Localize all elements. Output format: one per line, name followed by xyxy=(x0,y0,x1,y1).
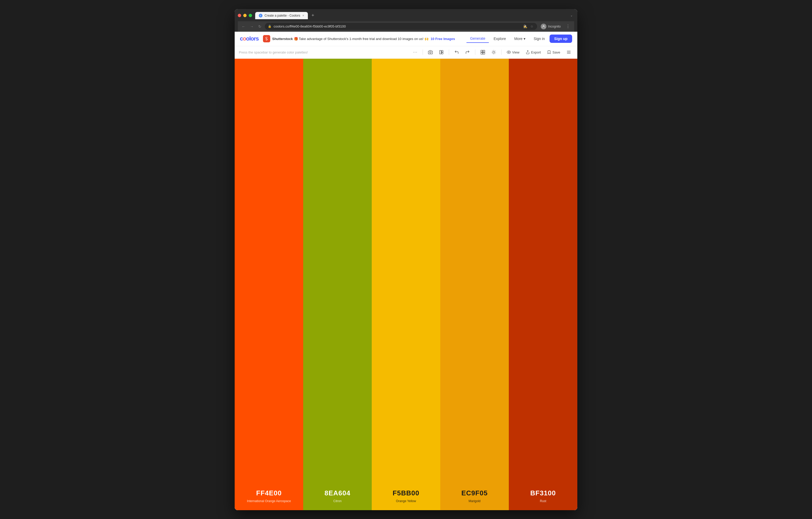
profile-button[interactable]: Incognito xyxy=(539,23,562,30)
svg-rect-2 xyxy=(439,50,441,54)
bookmark-star-icon[interactable]: ☆ xyxy=(530,24,534,29)
address-bar-input[interactable]: 🔒 coolors.co/ff4e00-8ea604-f5bb00-ec9f05… xyxy=(265,23,537,30)
more-options-button[interactable]: ··· xyxy=(411,49,419,56)
svg-rect-4 xyxy=(441,52,443,54)
header-nav: Generate Explore More ▾ Sign in Sign up xyxy=(466,34,572,43)
app-container: coolors Shutterstock 🎁 Take advantage of… xyxy=(235,32,577,510)
hamburger-icon xyxy=(567,50,571,55)
undo-icon xyxy=(454,50,459,55)
redo-button[interactable] xyxy=(463,48,472,56)
sign-in-button[interactable]: Sign in xyxy=(530,35,549,43)
export-icon xyxy=(526,50,530,54)
svg-point-9 xyxy=(493,51,495,53)
collage-icon xyxy=(481,50,485,55)
save-button[interactable]: Save xyxy=(545,49,562,56)
forward-button[interactable]: → xyxy=(249,24,255,29)
address-bar-icons: 🕵 ☆ xyxy=(523,24,534,29)
color-hex: F5BB00 xyxy=(393,489,419,497)
color-swatch[interactable]: F5BB00Orange Yellow xyxy=(372,59,440,510)
tab-close-button[interactable]: × xyxy=(302,14,304,17)
color-swatch[interactable]: EC9F05Marigold xyxy=(440,59,509,510)
svg-line-17 xyxy=(495,51,495,51)
view-button[interactable]: View xyxy=(505,49,522,56)
color-swatch[interactable]: FF4E00International Orange Aerospace xyxy=(235,59,303,510)
hamburger-menu-button[interactable] xyxy=(564,48,573,56)
active-tab[interactable]: C Create a palette - Coolors × xyxy=(255,12,308,19)
app-header: coolors Shutterstock 🎁 Take advantage of… xyxy=(235,32,577,46)
browser-title-bar: C Create a palette - Coolors × + ⌄ xyxy=(238,12,574,19)
sign-up-button[interactable]: Sign up xyxy=(550,34,572,43)
view-label: View xyxy=(512,50,519,54)
back-button[interactable]: ← xyxy=(240,24,246,29)
svg-point-1 xyxy=(430,52,431,53)
minimize-window-button[interactable] xyxy=(243,14,246,17)
nav-more[interactable]: More ▾ xyxy=(511,35,529,43)
url-text: coolors.co/ff4e00-8ea604-f5bb00-ec9f05-b… xyxy=(273,24,520,28)
svg-rect-8 xyxy=(483,52,485,54)
color-name: Orange Yellow xyxy=(396,499,416,503)
toolbar: Press the spacebar to generate color pal… xyxy=(235,46,577,59)
toolbar-divider-3 xyxy=(475,50,475,55)
save-label: Save xyxy=(552,50,560,54)
svg-rect-6 xyxy=(483,50,485,52)
tab-bar: C Create a palette - Coolors × + ⌄ xyxy=(255,12,574,19)
free-images-link[interactable]: 10 Free Images xyxy=(431,37,455,41)
close-window-button[interactable] xyxy=(238,14,241,17)
svg-point-18 xyxy=(508,52,509,53)
svg-rect-7 xyxy=(481,52,483,54)
logo[interactable]: coolors xyxy=(240,35,259,42)
color-name: International Orange Aerospace xyxy=(247,499,291,503)
shutterstock-logo xyxy=(263,35,270,42)
spacebar-hint: Press the spacebar to generate color pal… xyxy=(239,50,409,54)
nav-explore[interactable]: Explore xyxy=(490,35,509,43)
browser-menu-button[interactable]: ⋮ xyxy=(564,23,572,30)
redo-icon xyxy=(465,50,470,55)
view-icon xyxy=(507,50,511,54)
new-tab-button[interactable]: + xyxy=(310,12,316,19)
lock-icon: 🔒 xyxy=(268,25,271,28)
tab-spacer: ⌄ xyxy=(316,13,574,19)
color-name: Citron xyxy=(333,499,342,503)
browser-address-bar: ← → ↻ 🔒 coolors.co/ff4e00-8ea604-f5bb00-… xyxy=(238,21,574,32)
export-button[interactable]: Export xyxy=(524,49,543,56)
brightness-button[interactable] xyxy=(489,48,498,56)
shutterstock-banner: Shutterstock 🎁 Take advantage of Shutter… xyxy=(263,35,463,42)
color-palette: FF4E00International Orange Aerospace8EA6… xyxy=(235,59,577,510)
camera-button[interactable] xyxy=(426,48,435,56)
shutterstock-text: Shutterstock 🎁 Take advantage of Shutter… xyxy=(272,37,429,41)
collapse-button[interactable]: ⌄ xyxy=(569,13,574,18)
camera-icon xyxy=(428,50,433,55)
color-swatch[interactable]: 8EA604Citron xyxy=(303,59,372,510)
layout-icon xyxy=(439,50,444,55)
nav-generate[interactable]: Generate xyxy=(466,34,489,43)
svg-rect-5 xyxy=(481,50,483,52)
maximize-window-button[interactable] xyxy=(249,14,252,17)
color-hex: EC9F05 xyxy=(461,489,488,497)
undo-button[interactable] xyxy=(452,48,461,56)
color-swatch[interactable]: BF3100Rust xyxy=(509,59,577,510)
window-controls xyxy=(238,14,252,17)
color-name: Rust xyxy=(540,499,546,503)
tab-favicon: C xyxy=(259,14,262,18)
color-hex: BF3100 xyxy=(530,489,556,497)
toolbar-divider-2 xyxy=(449,50,449,55)
avatar xyxy=(541,24,546,29)
browser-window: C Create a palette - Coolors × + ⌄ ← → ↻… xyxy=(235,9,577,510)
tab-title: Create a palette - Coolors xyxy=(264,14,300,18)
color-hex: 8EA604 xyxy=(324,489,350,497)
incognito-icon[interactable]: 🕵 xyxy=(523,24,528,29)
chevron-down-icon: ▾ xyxy=(524,37,525,41)
profile-label: Incognito xyxy=(548,25,561,28)
svg-rect-3 xyxy=(441,50,443,52)
collage-button[interactable] xyxy=(478,48,487,56)
toolbar-divider-1 xyxy=(423,50,423,55)
bookmark-icon xyxy=(547,50,551,54)
reload-button[interactable]: ↻ xyxy=(257,24,263,29)
color-hex: FF4E00 xyxy=(256,489,282,497)
layout-button[interactable] xyxy=(437,48,446,56)
sun-icon xyxy=(491,50,496,55)
color-name: Marigold xyxy=(469,499,481,503)
export-label: Export xyxy=(531,50,541,54)
browser-chrome: C Create a palette - Coolors × + ⌄ ← → ↻… xyxy=(235,9,577,32)
